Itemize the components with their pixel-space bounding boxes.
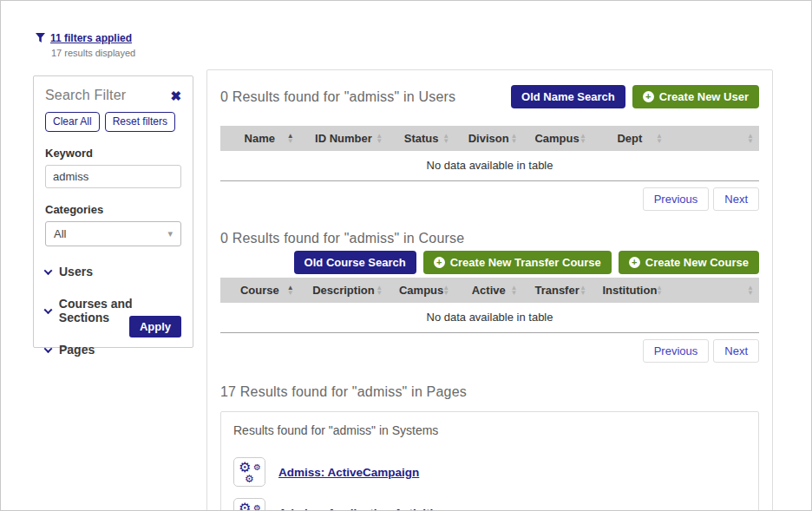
sort-icon[interactable]: ▲▼ bbox=[580, 285, 586, 296]
create-new-transfer-course-label: Create New Transfer Course bbox=[450, 256, 601, 269]
courses-col-campus[interactable]: Campus ▲▼ bbox=[388, 278, 455, 303]
sidebar-item-pages[interactable]: Pages bbox=[45, 343, 181, 357]
chevron-down-icon: ▾ bbox=[167, 228, 173, 239]
users-previous-button[interactable]: Previous bbox=[643, 187, 710, 211]
create-new-course-label: Create New Course bbox=[645, 256, 749, 269]
list-item: ⚙⚙⚙ Admiss: Application Activities bbox=[233, 498, 746, 511]
sort-icon[interactable]: ▲▼ bbox=[442, 134, 449, 144]
results-displayed-text: 17 results displayed bbox=[51, 48, 135, 58]
create-new-user-button[interactable]: + Create New User bbox=[632, 85, 759, 108]
users-col-blank[interactable]: ▲▼ bbox=[668, 126, 759, 151]
courses-col-transfer[interactable]: Transfer ▲▼ bbox=[522, 278, 591, 303]
filter-summary: 11 filters applied 17 results displayed bbox=[36, 32, 135, 58]
chevron-down-icon bbox=[44, 266, 53, 275]
categories-select[interactable]: All ▾ bbox=[45, 221, 181, 246]
gears-icon: ⚙⚙⚙ bbox=[233, 457, 265, 487]
sort-icon[interactable]: ▲▼ bbox=[510, 134, 517, 144]
users-col-dept[interactable]: Dept ▲▼ bbox=[592, 126, 668, 151]
plus-circle-icon: + bbox=[629, 257, 640, 268]
sidebar-item-label: Users bbox=[59, 265, 93, 278]
users-col-status[interactable]: Status ▲▼ bbox=[388, 126, 455, 151]
users-col-divison[interactable]: Divison ▲▼ bbox=[455, 126, 522, 151]
categories-selected-value: All bbox=[54, 227, 66, 240]
courses-table: Course ▲▼ Description ▲▼ Campus ▲▼ Activ… bbox=[220, 278, 759, 333]
users-results-heading: 0 Results found for "admiss" in Users bbox=[220, 89, 455, 105]
search-filter-panel: Search Filter ✖ Clear All Reset filters … bbox=[33, 75, 193, 348]
sort-icon[interactable]: ▲▼ bbox=[747, 285, 754, 296]
filter-funnel-icon bbox=[36, 33, 45, 43]
apply-button[interactable]: Apply bbox=[129, 316, 181, 337]
sort-icon[interactable]: ▲▼ bbox=[747, 134, 754, 144]
courses-col-active[interactable]: Active ▲▼ bbox=[455, 278, 522, 303]
users-col-id-number[interactable]: ID Number ▲▼ bbox=[299, 126, 388, 151]
keyword-input[interactable] bbox=[45, 165, 181, 188]
systems-results-panel: Results found for "admiss" in Systems ⚙⚙… bbox=[220, 411, 759, 511]
sort-icon[interactable]: ▲▼ bbox=[376, 134, 383, 144]
clear-all-button[interactable]: Clear All bbox=[45, 112, 100, 132]
categories-label: Categories bbox=[45, 203, 181, 216]
sidebar-item-users[interactable]: Users bbox=[45, 265, 181, 278]
create-new-course-button[interactable]: + Create New Course bbox=[619, 251, 759, 274]
gears-icon: ⚙⚙⚙ bbox=[233, 498, 265, 511]
courses-results-heading: 0 Results found for "admiss" in Course bbox=[220, 231, 759, 246]
search-results-panel: 0 Results found for "admiss" in Users Ol… bbox=[206, 69, 773, 511]
page-result-link[interactable]: Admiss: Application Activities bbox=[278, 507, 446, 511]
page-result-link[interactable]: Admiss: ActiveCampaign bbox=[278, 466, 419, 479]
reset-filters-button[interactable]: Reset filters bbox=[105, 112, 175, 132]
courses-col-course[interactable]: Course ▲▼ bbox=[220, 278, 299, 303]
users-table: Name ▲▼ ID Number ▲▼ Status ▲▼ Divison ▲… bbox=[220, 126, 759, 181]
users-col-name[interactable]: Name ▲▼ bbox=[220, 126, 299, 151]
create-new-user-label: Create New User bbox=[659, 90, 749, 103]
plus-circle-icon: + bbox=[434, 257, 445, 268]
sort-icon[interactable]: ▲▼ bbox=[442, 285, 449, 296]
courses-next-button[interactable]: Next bbox=[713, 339, 759, 363]
create-new-transfer-course-button[interactable]: + Create New Transfer Course bbox=[423, 251, 612, 274]
sort-icon[interactable]: ▲▼ bbox=[656, 134, 663, 144]
sort-icon[interactable]: ▲▼ bbox=[510, 285, 517, 296]
courses-col-blank[interactable]: ▲▼ bbox=[668, 278, 759, 303]
old-name-search-button[interactable]: Old Name Search bbox=[511, 85, 625, 108]
keyword-label: Keyword bbox=[45, 147, 181, 160]
courses-col-institution[interactable]: Institution ▲▼ bbox=[592, 278, 668, 303]
sort-icon[interactable]: ▲▼ bbox=[287, 285, 294, 296]
sort-icon[interactable]: ▲▼ bbox=[287, 134, 294, 144]
sort-icon[interactable]: ▲▼ bbox=[656, 285, 663, 296]
users-empty-row: No data available in table bbox=[220, 151, 759, 181]
sort-icon[interactable]: ▲▼ bbox=[580, 134, 586, 144]
sort-icon[interactable]: ▲▼ bbox=[376, 285, 383, 296]
courses-empty-row: No data available in table bbox=[220, 303, 759, 333]
search-filter-title: Search Filter bbox=[45, 88, 126, 103]
pages-results-heading: 17 Results found for "admiss" in Pages bbox=[220, 384, 759, 400]
close-icon[interactable]: ✖ bbox=[170, 89, 181, 102]
filters-applied-link[interactable]: 11 filters applied bbox=[50, 32, 132, 44]
users-col-campus[interactable]: Campus ▲▼ bbox=[522, 126, 591, 151]
systems-results-heading: Results found for "admiss" in Systems bbox=[233, 423, 746, 437]
chevron-down-icon bbox=[44, 344, 53, 353]
chevron-down-icon bbox=[44, 305, 53, 314]
list-item: ⚙⚙⚙ Admiss: ActiveCampaign bbox=[233, 457, 746, 487]
users-next-button[interactable]: Next bbox=[713, 187, 759, 211]
plus-circle-icon: + bbox=[643, 91, 654, 102]
courses-previous-button[interactable]: Previous bbox=[643, 339, 710, 363]
sidebar-item-label: Pages bbox=[59, 343, 95, 357]
old-course-search-button[interactable]: Old Course Search bbox=[294, 251, 416, 274]
courses-col-description[interactable]: Description ▲▼ bbox=[299, 278, 388, 303]
